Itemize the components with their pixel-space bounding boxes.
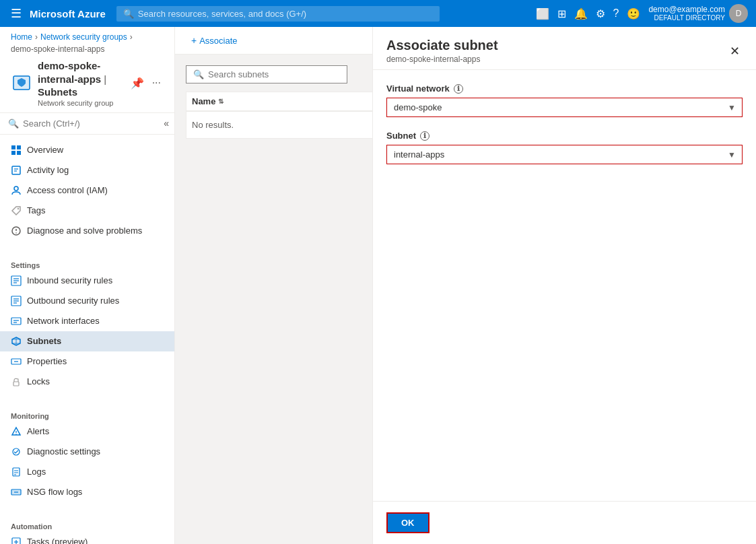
sidebar: Home › Network security groups › demo-sp… [0,27,175,544]
sidebar-item-inbound[interactable]: Inbound security rules [0,271,174,291]
associate-plus-icon: + [191,35,197,46]
logs-icon [11,467,22,477]
feedback-icon[interactable]: 🙂 [627,7,640,20]
hamburger-menu[interactable]: ☰ [8,3,24,24]
panel-body: Virtual network ℹ demo-spoke ▼ Subnet ℹ … [373,70,756,501]
user-menu[interactable]: demo@example.com DEFAULT DIRECTORY D [648,4,748,23]
panel-footer: OK [373,501,756,544]
sidebar-item-subnets-label: Subnets [27,336,61,346]
sidebar-item-tags[interactable]: Tags [0,201,174,221]
global-search-input[interactable] [138,9,433,19]
sidebar-item-logs-label: Logs [27,467,46,477]
sidebar-item-tasks[interactable]: Tasks (preview) [0,532,174,545]
panel-close-button[interactable]: ✕ [727,41,743,61]
svg-point-33 [15,434,17,435]
sidebar-item-network-interfaces-label: Network interfaces [27,316,100,326]
activity-log-icon [11,165,22,176]
breadcrumb-nsg[interactable]: Network security groups [40,32,127,42]
subnets-search-icon: 🔍 [193,69,204,79]
sidebar-item-overview-label: Overview [27,145,63,155]
resource-subtitle: Network security group [38,99,123,107]
sidebar-item-activity-log[interactable]: Activity log [0,160,174,180]
sidebar-item-alerts-label: Alerts [27,426,49,436]
collapse-sidebar-button[interactable]: « [158,115,174,131]
panel-subtitle: demo-spoke-internal-apps [386,55,498,64]
sidebar-item-diagnostic-settings-label: Diagnostic settings [27,446,100,456]
user-directory: DEFAULT DIRECTORY [648,14,725,22]
user-email: demo@example.com [648,5,725,14]
subnet-group: Subnet ℹ internal-apps ▼ [386,131,743,164]
associate-button[interactable]: + Associate [186,32,243,48]
svg-rect-6 [12,166,20,174]
notifications-icon[interactable]: 🔔 [574,7,588,20]
tasks-icon [11,537,22,545]
subnets-icon [11,336,22,347]
diagnose-icon [11,226,22,236]
directory-icon[interactable]: ⊞ [557,7,566,20]
ok-button[interactable]: OK [386,512,429,533]
sidebar-item-iam[interactable]: Access control (IAM) [0,180,174,201]
sidebar-item-locks[interactable]: Locks [0,372,174,392]
sidebar-item-outbound-label: Outbound security rules [27,296,119,306]
nsg-flow-logs-icon [11,487,22,498]
inbound-icon [11,275,22,286]
sidebar-item-tags-label: Tags [27,205,45,215]
associate-subnet-panel: Associate subnet demo-spoke-internal-app… [372,27,756,544]
sidebar-search-input[interactable] [23,118,150,129]
sidebar-item-logs[interactable]: Logs [0,462,174,482]
diagnostic-settings-icon [11,446,22,457]
sidebar-item-overview[interactable]: Overview [0,140,174,160]
sidebar-item-outbound[interactable]: Outbound security rules [0,291,174,311]
subnet-info-icon[interactable]: ℹ [420,131,429,141]
subnet-select[interactable]: internal-apps [386,145,743,164]
nav-section-main: Overview Activity log Access control (IA… [0,135,174,246]
resource-header: demo-spoke-internal-apps | Subnets Netwo… [0,59,174,113]
locks-icon [11,376,22,387]
sidebar-item-alerts[interactable]: Alerts [0,421,174,442]
col-name-label: Name [192,96,215,106]
sort-icon[interactable]: ⇅ [218,98,224,105]
breadcrumb: Home › Network security groups › demo-sp… [0,27,174,59]
search-icon: 🔍 [123,9,134,19]
virtual-network-group: Virtual network ℹ demo-spoke ▼ [386,83,743,117]
sidebar-item-inbound-label: Inbound security rules [27,275,112,285]
subnets-search-bar[interactable]: 🔍 [186,65,347,83]
virtual-network-select[interactable]: demo-spoke [386,98,743,117]
settings-icon[interactable]: ⚙ [596,7,605,20]
topbar-right: ⬜ ⊞ 🔔 ⚙ ? 🙂 demo@example.com DEFAULT DIR… [536,4,748,23]
sidebar-item-network-interfaces[interactable]: Network interfaces [0,311,174,331]
sidebar-search-bar[interactable]: 🔍 [0,113,158,134]
properties-icon [11,356,22,367]
breadcrumb-home[interactable]: Home [11,32,32,42]
app-logo: Microsoft Azure [30,8,106,20]
tags-icon [11,205,22,216]
sidebar-item-diagnose[interactable]: Diagnose and solve problems [0,221,174,241]
sidebar-item-properties-label: Properties [27,356,67,366]
virtual-network-info-icon[interactable]: ℹ [454,84,463,94]
global-search-bar[interactable]: 🔍 [116,6,440,22]
virtual-network-label: Virtual network ℹ [386,83,743,94]
svg-point-13 [15,232,17,234]
network-interfaces-icon [11,316,22,327]
avatar[interactable]: D [729,4,748,23]
sidebar-item-properties[interactable]: Properties [0,351,174,372]
alerts-icon [11,426,22,437]
help-icon[interactable]: ? [613,7,619,20]
subnets-search-input[interactable] [208,69,340,79]
breadcrumb-resource: demo-spoke-internal-apps [11,44,104,54]
sidebar-item-subnets[interactable]: Subnets [0,331,174,351]
pin-button[interactable]: 📌 [128,74,147,92]
sidebar-item-nsg-flow-logs[interactable]: NSG flow logs [0,482,174,502]
svg-rect-5 [17,151,21,155]
sidebar-item-diagnostic-settings[interactable]: Diagnostic settings [0,442,174,462]
svg-rect-2 [11,145,15,149]
sidebar-item-activity-log-label: Activity log [27,165,69,175]
nav-section-automation: Automation Tasks (preview) [0,513,174,545]
svg-rect-3 [17,145,21,149]
more-options-button[interactable]: ··· [149,74,164,92]
nav-section-monitoring: Monitoring Alerts Diagnostic settings Lo… [0,403,174,508]
overview-icon [11,145,22,156]
nsg-resource-icon [11,72,32,94]
cloud-shell-icon[interactable]: ⬜ [536,7,549,20]
sidebar-item-diagnose-label: Diagnose and solve problems [27,226,142,236]
